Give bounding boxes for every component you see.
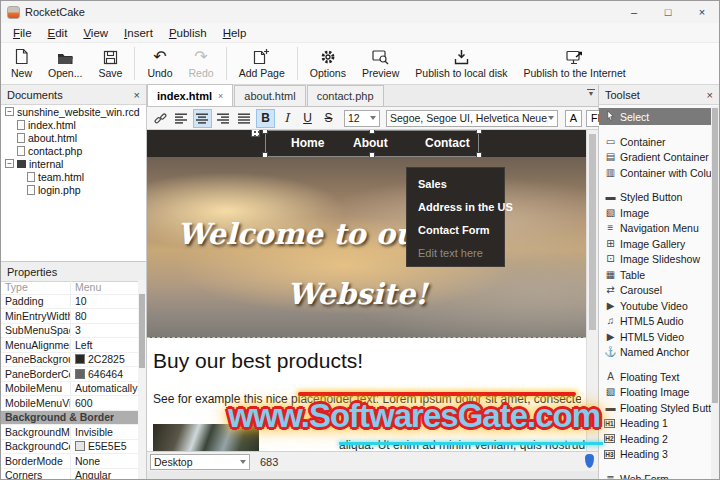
toolset-item-heading-2[interactable]: H2Heading 2 [599, 431, 711, 447]
menu-help[interactable]: Help [215, 25, 255, 41]
properties-scrollbar[interactable] [138, 280, 146, 479]
property-row[interactable]: PaneBorderColor 646464 [1, 367, 138, 382]
property-row[interactable]: MobileMenuVisibleWidth600 [1, 396, 138, 411]
bold-button[interactable]: B [256, 109, 275, 128]
property-row[interactable]: MobileMenuAutomatically Ge [1, 382, 138, 397]
property-row[interactable]: BackgroundColor E5E5E5 [1, 440, 138, 455]
toolset-item-container[interactable]: ▭Container [599, 134, 711, 150]
property-row[interactable]: PaneBackgroundColor 2C2825 [1, 353, 138, 368]
toolset-item-named-anchor[interactable]: ⚓Named Anchor [599, 345, 711, 361]
font-family-select[interactable]: Segoe, Segoe UI, Helvetica Neue, san [386, 110, 558, 127]
property-row[interactable]: Padding10 [1, 295, 138, 310]
selection-handle[interactable] [369, 130, 375, 134]
font-color-button[interactable]: A [565, 110, 582, 127]
options-button[interactable]: Options [302, 43, 354, 84]
toolset-item-image-slideshow[interactable]: ⊡Image Slideshow [599, 252, 711, 268]
open-button[interactable]: Open... [40, 43, 90, 84]
canvas-scrollbar[interactable] [586, 130, 598, 453]
align-left-button[interactable] [172, 109, 191, 128]
toolset-item-navigation-menu[interactable]: ≡Navigation Menu [599, 221, 711, 237]
toolset-item-table[interactable]: ▦Table [599, 267, 711, 283]
property-row[interactable]: BorderModeNone [1, 454, 138, 469]
preview-button[interactable]: Preview [354, 43, 407, 84]
design-canvas[interactable]: Home About Contact Welcome to our Websit… [147, 130, 598, 453]
content-heading[interactable]: Buy our best products! [153, 349, 363, 373]
toolset-item-youtube-video[interactable]: ▶Youtube Video [599, 298, 711, 314]
menu-view[interactable]: View [75, 25, 116, 41]
save-button[interactable]: Save [90, 43, 130, 84]
publish-local-button[interactable]: Publish to local disk [407, 43, 515, 84]
device-select[interactable]: Desktop [150, 454, 250, 470]
align-center-button[interactable] [193, 109, 212, 128]
tree-item-login[interactable]: login.php [1, 183, 146, 196]
dropdown-item-placeholder[interactable]: Edit text here [418, 242, 504, 265]
maximize-button[interactable]: □ [651, 1, 685, 23]
property-row[interactable]: MinEntryWidth80 [1, 309, 138, 324]
publish-internet-button[interactable]: Publish to the Internet [516, 43, 634, 84]
menu-edit[interactable]: Edit [40, 25, 76, 41]
undo-button[interactable]: ↶ Undo [139, 43, 180, 84]
minimize-button[interactable]: – [617, 1, 651, 23]
move-handle-icon[interactable] [251, 130, 260, 137]
align-right-button[interactable] [214, 109, 233, 128]
content-thumbnail-image[interactable] [153, 424, 259, 453]
toolset-item-image-gallery[interactable]: ⊞Image Gallery [599, 236, 711, 252]
align-justify-button[interactable] [235, 109, 254, 128]
expander-icon[interactable]: − [5, 107, 14, 116]
tab-about-html[interactable]: about.html [234, 85, 305, 106]
menu-publish[interactable]: Publish [161, 25, 215, 41]
new-button[interactable]: New [3, 43, 40, 84]
menu-insert[interactable]: Insert [116, 25, 161, 41]
menu-file[interactable]: File [5, 25, 40, 41]
toolset-scrollbar[interactable] [711, 106, 719, 479]
tree-item-about[interactable]: about.html [1, 131, 146, 144]
toolset-item-styled-button[interactable]: ▬Styled Button [599, 190, 711, 206]
scrollbar-thumb[interactable] [589, 134, 596, 330]
font-size-select[interactable]: 12 [344, 110, 380, 127]
property-row[interactable]: CornersAngular [1, 469, 138, 480]
tree-item-contact[interactable]: contact.php [1, 144, 146, 157]
content-paragraph-line1[interactable]: See for example this nice placeholder te… [153, 392, 581, 406]
toolset-item-image[interactable]: ▧Image [599, 205, 711, 221]
close-button[interactable]: × [685, 1, 719, 23]
tree-item-team[interactable]: team.html [1, 170, 146, 183]
toolset-item-container-columns[interactable]: ▥Container with Columns [599, 165, 711, 181]
hyperlink-button[interactable] [151, 109, 170, 128]
add-page-button[interactable]: Add Page [231, 43, 293, 84]
tab-index-html[interactable]: index.html × [147, 84, 233, 106]
toolset-item-heading-3[interactable]: H3Heading 3 [599, 447, 711, 463]
property-row[interactable]: MenuAlignmentLeft [1, 338, 138, 353]
toolset-item-floating-image[interactable]: ▧Floating Image [599, 385, 711, 401]
toolset-item-gradient-container[interactable]: ▤Gradient Container [599, 150, 711, 166]
toolset-item-heading-1[interactable]: H1Heading 1 [599, 416, 711, 432]
selection-handle[interactable] [262, 130, 268, 134]
redo-button[interactable]: ↷ Redo [181, 43, 222, 84]
toolset-close-icon[interactable]: × [707, 89, 713, 101]
expander-icon[interactable]: − [5, 159, 14, 168]
dropdown-item-contact-form[interactable]: Contact Form [418, 219, 504, 242]
content-paragraph-line2[interactable]: aliqua. Ut enim ad minim veniam, quis no… [339, 438, 598, 452]
dropdown-item-sales[interactable]: Sales [418, 173, 504, 196]
scrollbar-thumb[interactable] [712, 108, 718, 403]
tab-contact-php[interactable]: contact.php [307, 85, 384, 106]
tree-item-root[interactable]: − sunshine_website_win.rcd [1, 105, 146, 118]
toolset-item-carousel[interactable]: ⇄Carousel [599, 283, 711, 299]
toolset-item-html5-video[interactable]: ▶HTML5 Video [599, 329, 711, 345]
hero-image[interactable]: Welcome to our Website! [147, 157, 586, 338]
tab-close-icon[interactable]: × [218, 91, 223, 101]
width-value-field[interactable]: 683 [260, 456, 278, 468]
property-row[interactable]: BackgroundModeInvisible [1, 425, 138, 440]
selection-handle[interactable] [476, 130, 482, 134]
tree-item-internal[interactable]: − internal [1, 157, 146, 170]
property-row[interactable]: SubMenuSpacing3 [1, 324, 138, 339]
hero-text-line1[interactable]: Welcome to our [177, 217, 431, 251]
documents-close-icon[interactable]: × [134, 89, 140, 101]
tree-item-index[interactable]: index.html [1, 118, 146, 131]
toolset-item-web-form[interactable]: ≣Web Form [599, 471, 711, 479]
underline-button[interactable]: U [298, 109, 317, 128]
strikethrough-button[interactable]: S [319, 109, 338, 128]
tab-overflow-icon[interactable]: ▼ [587, 89, 595, 97]
italic-button[interactable]: I [277, 109, 296, 128]
toolset-item-html5-audio[interactable]: ♫HTML5 Audio [599, 314, 711, 330]
hero-text-line2[interactable]: Website! [287, 277, 428, 311]
